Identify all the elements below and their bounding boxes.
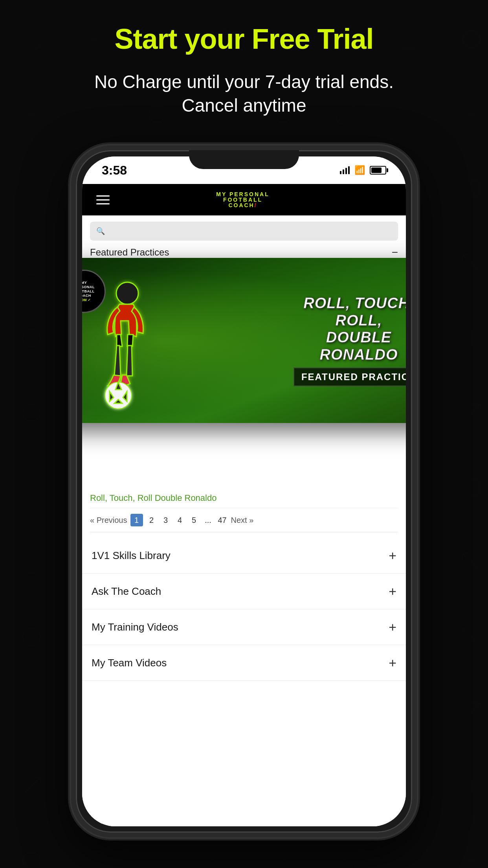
menu-item-1v1-icon: +: [389, 549, 396, 562]
menu-list: 1V1 Skills Library + Ask The Coach + My …: [82, 538, 406, 681]
video-card: MYPERSONALFOOTBALLCOACH .COM ✓: [82, 258, 406, 423]
svg-point-0: [116, 282, 138, 304]
status-icons: 📶: [340, 165, 386, 175]
logo-text-line1: MY PERSONAL: [216, 191, 269, 197]
phone-mockup: 3:58 📶: [71, 145, 417, 837]
app-logo: MY PERSONAL FOOTBALL COACH/: [216, 191, 269, 208]
page-3-btn[interactable]: 3: [160, 516, 171, 525]
phone-screen: 3:58 📶: [82, 156, 406, 826]
app-navbar: MY PERSONAL FOOTBALL COACH/: [82, 184, 406, 215]
search-icon: 🔍: [96, 227, 105, 235]
logo-text-line2: FOOTBALL: [223, 197, 262, 202]
menu-item-1v1[interactable]: 1V1 Skills Library +: [82, 538, 406, 574]
menu-item-ask-coach[interactable]: Ask The Coach +: [82, 574, 406, 609]
page-header: Start your Free Trial No Charge until yo…: [0, 24, 488, 118]
video-logo-text: MYPERSONALFOOTBALLCOACH: [82, 281, 95, 298]
hamburger-menu[interactable]: [96, 195, 110, 204]
below-card: Roll, Touch, Roll Double Ronaldo « Previ…: [82, 488, 406, 532]
phone-frame: 3:58 📶: [71, 145, 417, 837]
page-title: Start your Free Trial: [0, 24, 488, 55]
page-2-btn[interactable]: 2: [146, 516, 157, 525]
page-subtitle: No Charge until your 7-day trial ends.Ca…: [0, 70, 488, 118]
page-4-btn[interactable]: 4: [174, 516, 185, 525]
menu-item-training-videos[interactable]: My Training Videos +: [82, 609, 406, 645]
video-logo-com: .COM ✓: [82, 298, 91, 302]
video-subtitle: FEATURED PRACTICE: [294, 367, 406, 386]
status-time: 3:58: [102, 163, 127, 178]
section-toggle: −: [392, 247, 398, 258]
menu-item-1v1-label: 1V1 Skills Library: [92, 550, 171, 562]
page-5-btn[interactable]: 5: [189, 516, 200, 525]
video-name-link[interactable]: Roll, Touch, Roll Double Ronaldo: [90, 488, 398, 508]
next-page-btn[interactable]: Next »: [231, 516, 254, 525]
prev-page-btn[interactable]: « Previous: [90, 516, 127, 525]
menu-item-ask-coach-label: Ask The Coach: [92, 585, 161, 598]
wifi-icon: 📶: [354, 165, 365, 175]
power-button[interactable]: [415, 268, 417, 315]
search-area: 🔍: [82, 215, 406, 241]
menu-item-training-videos-label: My Training Videos: [92, 621, 178, 633]
menu-item-ask-coach-icon: +: [389, 585, 396, 598]
search-bar[interactable]: 🔍: [90, 222, 398, 241]
menu-item-team-videos-label: My Team Videos: [92, 657, 167, 669]
menu-item-team-videos[interactable]: My Team Videos +: [82, 645, 406, 681]
page-last-btn[interactable]: 47: [217, 516, 228, 525]
battery-icon: [370, 166, 386, 175]
menu-item-team-videos-icon: +: [389, 656, 396, 669]
page-ellipsis: ...: [203, 516, 214, 525]
menu-item-training-videos-icon: +: [389, 620, 396, 634]
video-title-line1: ROLL, TOUCH, ROLL,DOUBLE RONALDO: [288, 295, 406, 364]
pagination: « Previous 1 2 3 4 5 ... 47 Next »: [90, 508, 398, 532]
volume-up-button[interactable]: [71, 245, 73, 276]
volume-down-button[interactable]: [71, 284, 73, 315]
video-card-container[interactable]: MYPERSONALFOOTBALLCOACH .COM ✓: [82, 258, 406, 423]
section-title: Featured Practices: [90, 247, 169, 258]
signal-icon: [340, 166, 350, 174]
page-1-btn[interactable]: 1: [130, 514, 143, 526]
logo-text-line3: COACH/: [228, 202, 257, 208]
video-title-area: ROLL, TOUCH, ROLL,DOUBLE RONALDO FEATURE…: [288, 295, 406, 386]
phone-notch: [189, 150, 299, 169]
